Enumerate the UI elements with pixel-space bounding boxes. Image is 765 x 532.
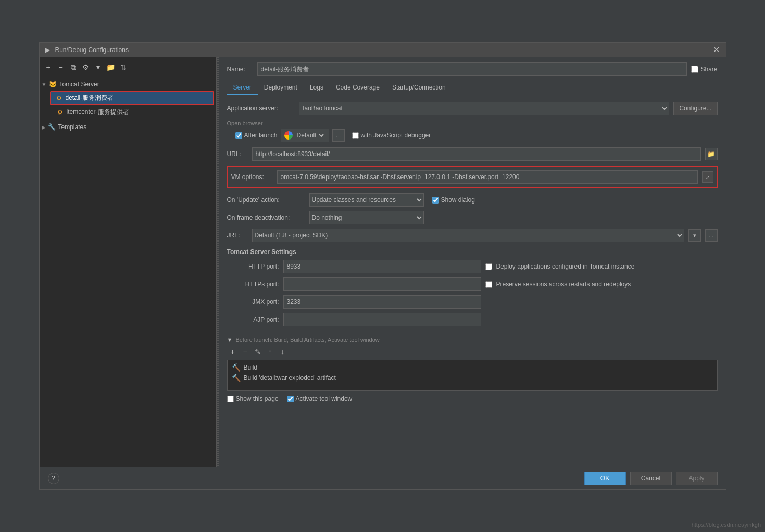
share-row: Share bbox=[691, 66, 717, 73]
js-debugger-text: with JavaScript debugger bbox=[361, 132, 431, 139]
before-launch-up-button[interactable]: ↑ bbox=[265, 346, 276, 358]
show-dialog-checkbox[interactable] bbox=[432, 197, 439, 204]
js-debugger-checkbox[interactable] bbox=[352, 132, 359, 139]
itemcenter-config-label: itemcenter-服务提供者 bbox=[67, 108, 129, 117]
before-launch-chevron: ▼ bbox=[227, 337, 233, 343]
url-input[interactable] bbox=[252, 147, 701, 161]
open-browser-row: After launch Default ... with JavaScript… bbox=[227, 129, 718, 142]
tab-logs[interactable]: Logs bbox=[304, 81, 330, 95]
config-tabs: Server Deployment Logs Code Coverage Sta… bbox=[227, 81, 718, 95]
url-folder-button[interactable]: 📁 bbox=[705, 148, 718, 160]
copy-config-button[interactable]: ⧉ bbox=[68, 61, 79, 73]
http-port-input[interactable] bbox=[283, 260, 481, 273]
before-launch-options: Show this page Activate tool window bbox=[227, 395, 718, 402]
on-update-row: On 'Update' action: Update classes and r… bbox=[227, 193, 718, 207]
jmx-port-input[interactable] bbox=[283, 295, 481, 309]
app-server-select[interactable]: TaoBaoTomcat bbox=[299, 102, 670, 115]
tab-server[interactable]: Server bbox=[227, 81, 258, 95]
https-port-row: HTTPs port: Preserve sessions across res… bbox=[227, 277, 718, 291]
share-checkbox[interactable] bbox=[691, 66, 698, 73]
browser-settings-button[interactable]: ... bbox=[332, 129, 345, 142]
detail-config-icon: ⚙ bbox=[55, 94, 64, 103]
help-button[interactable]: ? bbox=[48, 473, 59, 484]
show-dialog-label[interactable]: Show dialog bbox=[432, 196, 475, 204]
show-dialog-text: Show dialog bbox=[441, 196, 475, 204]
jre-settings-button[interactable]: ... bbox=[705, 229, 718, 242]
tab-deployment[interactable]: Deployment bbox=[258, 81, 304, 95]
open-browser-label: Open browser bbox=[227, 120, 718, 126]
deploy-apps-checkbox[interactable] bbox=[485, 263, 492, 270]
ok-button[interactable]: OK bbox=[584, 472, 626, 485]
tab-code-coverage[interactable]: Code Coverage bbox=[330, 81, 386, 95]
after-launch-checkbox[interactable] bbox=[235, 132, 242, 139]
name-input[interactable] bbox=[257, 62, 687, 76]
before-launch-header: ▼ Before launch: Build, Build Artifacts,… bbox=[227, 337, 718, 343]
js-debugger-label[interactable]: with JavaScript debugger bbox=[352, 132, 431, 139]
build-label: Build bbox=[244, 364, 258, 371]
before-launch-artifact-item[interactable]: 🔨 Build 'detail:war exploded' artifact bbox=[230, 373, 715, 383]
ajp-port-input[interactable] bbox=[283, 313, 481, 326]
bottom-bar: ? OK Cancel Apply bbox=[40, 467, 726, 489]
name-row: Name: Share bbox=[227, 62, 718, 76]
open-browser-section: Open browser After launch Default ... bbox=[227, 120, 718, 142]
build-icon: 🔨 bbox=[232, 363, 241, 372]
dialog-icon: ▶ bbox=[44, 46, 52, 54]
title-bar: ▶ Run/Debug Configurations ✕ bbox=[40, 43, 726, 57]
on-frame-row: On frame deactivation: Do nothing bbox=[227, 211, 718, 224]
wrench-config-button[interactable]: ⚙ bbox=[80, 61, 92, 73]
jre-dropdown-button[interactable]: ▾ bbox=[688, 229, 701, 242]
sort-config-button[interactable]: ⇅ bbox=[118, 61, 129, 73]
preserve-sessions-checkbox[interactable] bbox=[485, 281, 492, 288]
before-launch-add-button[interactable]: + bbox=[227, 346, 239, 358]
templates-chevron: ▶ bbox=[42, 124, 46, 130]
jmx-port-row: JMX port: bbox=[227, 295, 718, 309]
activate-tool-window-label[interactable]: Activate tool window bbox=[287, 395, 353, 402]
configure-button[interactable]: Configure... bbox=[673, 102, 717, 115]
main-content: Name: Share Server Deployment Logs Code … bbox=[219, 57, 726, 467]
templates-label: Templates bbox=[58, 123, 87, 131]
itemcenter-config-icon: ⚙ bbox=[56, 108, 65, 117]
share-label: Share bbox=[700, 66, 717, 73]
expand-config-button[interactable]: ▾ bbox=[93, 61, 104, 73]
preserve-sessions-label: Preserve sessions across restarts and re… bbox=[496, 281, 631, 288]
jre-select[interactable]: Default (1.8 - project SDK) bbox=[252, 229, 684, 242]
show-this-page-label[interactable]: Show this page bbox=[227, 395, 279, 402]
tomcat-server-group[interactable]: ▼ 🐱 Tomcat Server bbox=[40, 79, 216, 90]
vm-options-input[interactable] bbox=[277, 170, 698, 184]
add-config-button[interactable]: + bbox=[43, 61, 54, 73]
before-launch-remove-button[interactable]: − bbox=[240, 346, 251, 358]
browser-dropdown[interactable]: Default bbox=[295, 129, 325, 142]
https-port-label: HTTPs port: bbox=[227, 281, 279, 288]
remove-config-button[interactable]: − bbox=[55, 61, 67, 73]
vm-options-expand-button[interactable]: ⤢ bbox=[702, 171, 713, 183]
jmx-port-label: JMX port: bbox=[227, 298, 279, 306]
before-launch-edit-button[interactable]: ✎ bbox=[252, 346, 264, 358]
tab-startup[interactable]: Startup/Connection bbox=[386, 81, 452, 95]
watermark: https://blog.csdn.net/yinkgh bbox=[692, 522, 761, 528]
tomcat-server-label: Tomcat Server bbox=[59, 81, 99, 88]
show-this-page-checkbox[interactable] bbox=[227, 396, 234, 402]
jre-row: JRE: Default (1.8 - project SDK) ▾ ... bbox=[227, 229, 718, 242]
https-port-input[interactable] bbox=[283, 277, 481, 291]
templates-group[interactable]: ▶ 🔧 Templates bbox=[40, 121, 216, 133]
bottom-buttons: OK Cancel Apply bbox=[584, 472, 718, 485]
before-launch-down-button[interactable]: ↓ bbox=[277, 346, 289, 358]
cancel-button[interactable]: Cancel bbox=[630, 472, 672, 485]
on-update-select[interactable]: Update classes and resources bbox=[309, 193, 424, 207]
config-item-itemcenter[interactable]: ⚙ itemcenter-服务提供者 bbox=[52, 106, 216, 118]
apply-button[interactable]: Apply bbox=[676, 472, 718, 485]
tomcat-settings-section: Tomcat Server Settings HTTP port: Deploy… bbox=[227, 248, 718, 331]
url-row: URL: 📁 bbox=[227, 147, 718, 161]
activate-tool-window-checkbox[interactable] bbox=[287, 396, 294, 402]
chrome-icon bbox=[284, 131, 293, 140]
on-frame-select[interactable]: Do nothing bbox=[309, 211, 424, 224]
show-this-page-text: Show this page bbox=[236, 395, 279, 402]
before-launch-build-item[interactable]: 🔨 Build bbox=[230, 362, 715, 373]
after-launch-checkbox-label[interactable]: After launch bbox=[235, 132, 278, 139]
sidebar-toolbar: + − ⧉ ⚙ ▾ 📁 ⇅ bbox=[40, 59, 216, 75]
browser-select-box[interactable]: Default bbox=[281, 129, 329, 142]
config-item-detail[interactable]: ⚙ detail-服务消费者 bbox=[50, 91, 214, 105]
close-button[interactable]: ✕ bbox=[711, 45, 722, 55]
folder-config-button[interactable]: 📁 bbox=[105, 61, 117, 73]
name-label: Name: bbox=[227, 66, 253, 73]
